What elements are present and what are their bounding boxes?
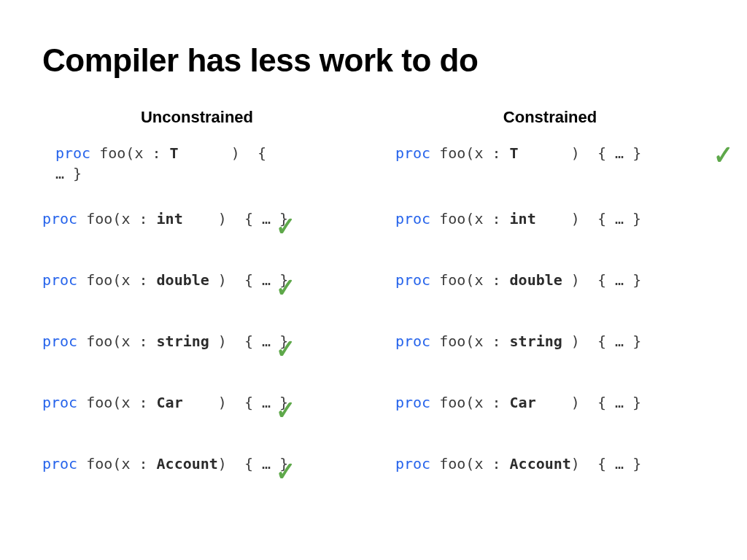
code-snippet: proc foo(x : string ) { … } [395, 331, 641, 351]
code-snippet: proc foo(x : string ) { … } [42, 331, 288, 351]
columns: Unconstrained proc foo(x : T ) { … }proc… [42, 108, 705, 515]
type-name: int [157, 210, 183, 228]
check-icon: ✓ [276, 334, 295, 365]
code-snippet: proc foo(x : double ) { … } [395, 270, 641, 290]
code-snippet: proc foo(x : T ) { … } [395, 143, 641, 163]
type-name: T [510, 144, 519, 162]
code-row: proc foo(x : Account) { … }✓ [42, 454, 352, 515]
keyword: proc [42, 210, 77, 228]
keyword: proc [42, 332, 77, 350]
code-snippet: proc foo(x : T ) { … } [42, 143, 268, 184]
type-name: string [157, 332, 209, 350]
type-name: Account [157, 455, 218, 472]
check-icon: ✓ [276, 456, 295, 487]
type-name: Car [157, 394, 183, 411]
code-snippet: proc foo(x : int ) { … } [42, 209, 288, 229]
code-row: proc foo(x : T ) { … } [42, 143, 352, 209]
code-snippet: proc foo(x : Account) { … } [42, 454, 288, 474]
code-row: proc foo(x : double ) { … }✓ [42, 270, 352, 331]
code-list-unconstrained: proc foo(x : T ) { … }proc foo(x : int )… [42, 143, 352, 515]
type-name: Car [510, 394, 536, 411]
slide: Compiler has less work to do Unconstrain… [0, 0, 747, 560]
code-row: proc foo(x : Car ) { … } [395, 392, 705, 454]
type-name: int [510, 210, 536, 228]
code-row: proc foo(x : T ) { … }✓ [395, 143, 705, 209]
column-header-unconstrained: Unconstrained [42, 108, 352, 127]
type-name: double [510, 271, 562, 289]
column-constrained: Constrained proc foo(x : T ) { … }✓proc … [395, 108, 705, 515]
keyword: proc [395, 271, 430, 289]
keyword: proc [42, 394, 77, 411]
column-header-constrained: Constrained [395, 108, 705, 127]
type-name: Account [510, 455, 571, 472]
code-list-constrained: proc foo(x : T ) { … }✓proc foo(x : int … [395, 143, 705, 515]
code-snippet: proc foo(x : int ) { … } [395, 209, 641, 229]
keyword: proc [42, 271, 77, 289]
keyword: proc [395, 332, 430, 350]
code-row: proc foo(x : Account) { … } [395, 454, 705, 515]
keyword: proc [395, 210, 430, 228]
code-snippet: proc foo(x : Car ) { … } [42, 392, 288, 413]
code-row: proc foo(x : string ) { … } [395, 331, 705, 392]
check-icon: ✓ [276, 273, 295, 303]
code-row: proc foo(x : Car ) { … }✓ [42, 392, 352, 454]
page-title: Compiler has less work to do [42, 42, 705, 79]
keyword: proc [395, 144, 430, 162]
type-name: T [170, 144, 179, 162]
check-icon: ✓ [713, 140, 733, 171]
keyword: proc [395, 394, 430, 411]
type-name: double [157, 271, 209, 289]
type-name: string [510, 332, 562, 350]
check-icon: ✓ [276, 395, 295, 426]
check-icon: ✓ [276, 211, 295, 242]
code-snippet: proc foo(x : Car ) { … } [395, 392, 641, 413]
keyword: proc [42, 455, 77, 472]
code-snippet: proc foo(x : Account) { … } [395, 454, 641, 474]
code-row: proc foo(x : int ) { … } [395, 209, 705, 270]
column-unconstrained: Unconstrained proc foo(x : T ) { … }proc… [42, 108, 352, 515]
code-row: proc foo(x : double ) { … } [395, 270, 705, 331]
keyword: proc [395, 455, 430, 472]
keyword: proc [55, 144, 90, 162]
code-snippet: proc foo(x : double ) { … } [42, 270, 288, 290]
code-row: proc foo(x : int ) { … }✓ [42, 209, 352, 270]
code-row: proc foo(x : string ) { … }✓ [42, 331, 352, 392]
